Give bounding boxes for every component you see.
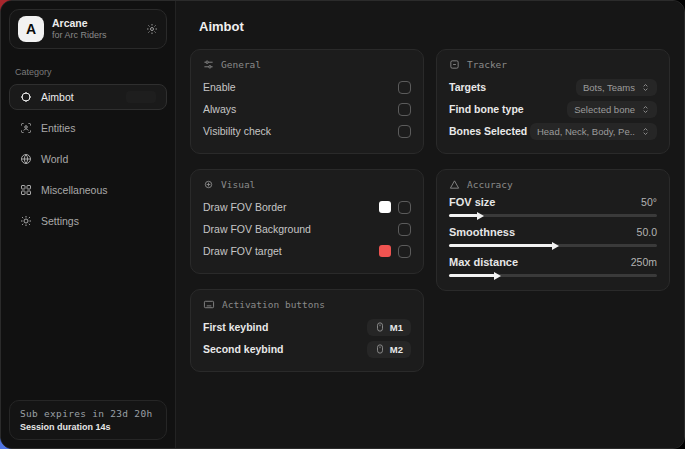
panel-title: Tracker [467, 59, 507, 70]
sidebar-item-label: World [41, 153, 68, 165]
dropdown-label: Bones Selected [449, 125, 527, 137]
focus-icon [203, 179, 214, 190]
accuracy-panel: Accuracy FOV size 50° [436, 169, 670, 291]
sidebar-item-world[interactable]: World [9, 146, 167, 172]
slider-label: Max distance [449, 256, 518, 268]
max-distance-slider[interactable] [449, 274, 657, 277]
crosshair-icon [20, 91, 32, 103]
dropdown-row-bones-selected: Bones Selected Head, Neck, Body, Pe.. [449, 120, 657, 142]
chevrons-up-down-icon [641, 127, 650, 136]
brand-card: A Arcane for Arc Riders [9, 9, 167, 49]
fov-background-checkbox[interactable] [398, 223, 411, 236]
slider-value: 50° [641, 196, 657, 208]
app-subtitle: for Arc Riders [52, 30, 138, 41]
right-column: Tracker Targets Bots, Teams [436, 49, 670, 306]
chevrons-up-down-icon [641, 83, 650, 92]
panel-title: Activation buttons [222, 299, 325, 310]
fov-target-checkbox[interactable] [398, 245, 411, 258]
dropdown-value: Selected bone [574, 104, 635, 115]
keybind-row-second: Second keybind M2 [203, 338, 411, 360]
slider-fill [449, 214, 478, 217]
sidebar-item-label: Aimbot [41, 91, 74, 103]
setting-row-always: Always [203, 98, 411, 120]
slider-thumb[interactable] [552, 242, 559, 250]
slider-row-smoothness: Smoothness 50.0 [449, 226, 657, 247]
app-name: Arcane [52, 17, 138, 30]
chevrons-up-down-icon [641, 105, 650, 114]
brand-text: Arcane for Arc Riders [52, 17, 138, 41]
slider-row-max-distance: Max distance 250m [449, 256, 657, 277]
target-frame-icon [449, 59, 460, 70]
visual-panel: Visual Draw FOV Border Draw FOV Backgrou… [190, 169, 424, 274]
gear-icon[interactable] [146, 23, 158, 35]
color-swatch-red[interactable] [379, 245, 391, 257]
bones-selected-dropdown[interactable]: Head, Neck, Body, Pe.. [530, 123, 657, 140]
slider-thumb[interactable] [477, 212, 484, 220]
globe-icon [20, 153, 32, 165]
slider-value: 250m [631, 256, 657, 268]
dropdown-label: Find bone type [449, 103, 524, 115]
settings-gear-icon [20, 215, 32, 227]
enable-checkbox[interactable] [398, 81, 411, 94]
keyboard-icon [203, 299, 215, 310]
keybind-hint-chip [126, 91, 156, 103]
entities-icon [20, 122, 32, 134]
keybind-label: Second keybind [203, 343, 284, 355]
dropdown-value: Bots, Teams [583, 82, 635, 93]
keybind-row-first: First keybind M1 [203, 316, 411, 338]
triangle-icon [449, 179, 460, 190]
app-logo: A [18, 16, 44, 42]
slider-label: FOV size [449, 196, 495, 208]
sub-expiry-text: Sub expires in 23d 20h [20, 408, 156, 419]
general-panel: General Enable Always Visibility check [190, 49, 424, 154]
targets-dropdown[interactable]: Bots, Teams [576, 79, 657, 96]
sidebar-nav: Aimbot Entities World [1, 84, 175, 234]
sidebar-item-miscellaneous[interactable]: Miscellaneous [9, 177, 167, 203]
sidebar-item-label: Entities [41, 122, 75, 134]
page-title: Aimbot [190, 1, 670, 49]
second-keybind-button[interactable]: M2 [367, 341, 411, 358]
sliders-icon [203, 59, 214, 70]
slider-fill [449, 244, 553, 247]
sidebar: A Arcane for Arc Riders Category Aimbot [1, 1, 176, 448]
keybind-value: M1 [390, 322, 403, 333]
setting-label: Always [203, 103, 236, 115]
color-swatch-white[interactable] [379, 201, 391, 213]
setting-label: Visibility check [203, 125, 271, 137]
fov-border-checkbox[interactable] [398, 201, 411, 214]
sidebar-item-settings[interactable]: Settings [9, 208, 167, 234]
panel-title: General [221, 59, 261, 70]
panel-title: Visual [221, 179, 255, 190]
tracker-panel: Tracker Targets Bots, Teams [436, 49, 670, 154]
left-column: General Enable Always Visibility check [190, 49, 424, 387]
sidebar-item-aimbot[interactable]: Aimbot [9, 84, 167, 110]
setting-label: Enable [203, 81, 236, 93]
main-content: Aimbot General Enable [176, 1, 684, 448]
setting-row-visibility-check: Visibility check [203, 120, 411, 142]
setting-row-fov-target: Draw FOV target [203, 240, 411, 262]
category-label: Category [15, 67, 161, 77]
slider-row-fov-size: FOV size 50° [449, 196, 657, 217]
dropdown-label: Targets [449, 81, 486, 93]
setting-row-fov-border: Draw FOV Border [203, 196, 411, 218]
activation-panel: Activation buttons First keybind M1 [190, 289, 424, 372]
sidebar-item-entities[interactable]: Entities [9, 115, 167, 141]
sidebar-item-label: Settings [41, 215, 79, 227]
panel-title: Accuracy [467, 179, 513, 190]
slider-label: Smoothness [449, 226, 515, 238]
sidebar-item-label: Miscellaneous [41, 184, 108, 196]
app-window: A Arcane for Arc Riders Category Aimbot [0, 0, 685, 449]
first-keybind-button[interactable]: M1 [367, 319, 411, 336]
setting-label: Draw FOV target [203, 245, 282, 257]
smoothness-slider[interactable] [449, 244, 657, 247]
dropdown-row-bone-type: Find bone type Selected bone [449, 98, 657, 120]
setting-label: Draw FOV Border [203, 201, 286, 213]
fov-size-slider[interactable] [449, 214, 657, 217]
visibility-check-checkbox[interactable] [398, 125, 411, 138]
always-checkbox[interactable] [398, 103, 411, 116]
slider-fill [449, 274, 495, 277]
bone-type-dropdown[interactable]: Selected bone [567, 101, 657, 118]
slider-thumb[interactable] [494, 272, 501, 280]
slider-value: 50.0 [637, 226, 657, 238]
mouse-icon [375, 322, 385, 332]
